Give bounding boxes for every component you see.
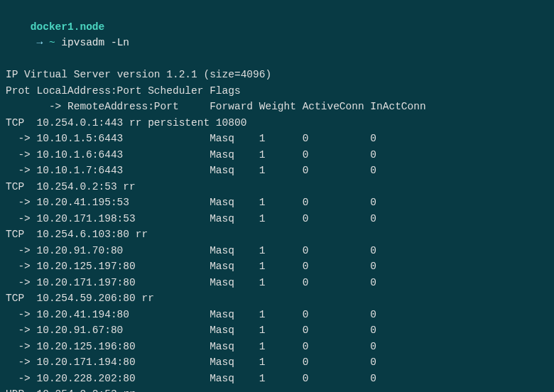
real-addr: 10.10.1.5:6443 (37, 131, 210, 147)
real-activeconn: 0 (303, 131, 371, 147)
real-activeconn: 0 (303, 147, 371, 163)
real-weight: 1 (259, 354, 303, 371)
real-forward: Masq (210, 307, 259, 323)
real-server-row: -> 10.20.91.67:80 Masq 1 0 0 (6, 322, 548, 339)
real-weight: 1 (259, 147, 303, 163)
service-addr: 10.254.59.206:80 rr (37, 290, 210, 307)
real-server-row: -> 10.20.171.194:80 Masq 1 0 0 (6, 354, 548, 371)
real-forward: Masq (210, 211, 259, 227)
ipvs-table: TCP10.254.0.1:443 rr persistent 10800 ->… (6, 115, 548, 393)
real-server-row: -> 10.10.1.6:6443 Masq 1 0 0 (6, 147, 548, 163)
real-weight: 1 (259, 243, 303, 259)
real-server-row: -> 10.10.1.7:6443 Masq 1 0 0 (6, 163, 548, 179)
real-activeconn: 0 (303, 211, 371, 227)
hdr-weight: Weight (259, 99, 303, 115)
hostname: docker1.node (31, 21, 104, 33)
real-indent: -> (6, 371, 37, 387)
hdr-remote: -> RemoteAddress:Port (37, 99, 210, 115)
real-indent: -> (6, 258, 37, 275)
hdr-prot: Prot (6, 83, 37, 99)
real-indent: -> (6, 163, 37, 179)
real-server-row: -> 10.10.1.5:6443 Masq 1 0 0 (6, 131, 548, 147)
real-activeconn: 0 (303, 339, 371, 355)
real-server-row: -> 10.20.171.198:53 Masq 1 0 0 (6, 211, 548, 227)
real-weight: 1 (259, 322, 303, 339)
real-server-row: -> 10.20.125.197:80 Masq 1 0 0 (6, 258, 548, 275)
service-row: TCP10.254.0.1:443 rr persistent 10800 (6, 115, 548, 131)
real-addr: 10.10.1.6:6443 (37, 147, 210, 163)
real-inactconn: 0 (370, 322, 420, 339)
real-activeconn: 0 (303, 243, 371, 259)
real-indent: -> (6, 195, 37, 211)
real-inactconn: 0 (370, 131, 420, 147)
real-indent: -> (6, 307, 37, 323)
real-indent: -> (6, 211, 37, 227)
real-weight: 1 (259, 195, 303, 211)
real-weight: 1 (259, 275, 303, 291)
real-activeconn: 0 (303, 354, 371, 371)
real-forward: Masq (210, 339, 259, 355)
command-text: ipvsadm -Ln (61, 37, 129, 48)
real-indent: -> (6, 339, 37, 355)
real-forward: Masq (210, 131, 259, 147)
prompt-arrow-icon: → (31, 37, 49, 48)
service-row: TCP10.254.0.2:53 rr (6, 179, 548, 195)
real-indent: -> (6, 243, 37, 259)
real-activeconn: 0 (303, 195, 371, 211)
real-forward: Masq (210, 163, 259, 179)
service-row: TCP10.254.59.206:80 rr (6, 290, 548, 307)
real-forward: Masq (210, 354, 259, 371)
real-addr: 10.20.91.67:80 (37, 322, 210, 339)
real-addr: 10.20.171.194:80 (37, 354, 210, 371)
real-weight: 1 (259, 339, 303, 355)
service-prot: TCP (6, 179, 37, 195)
real-indent: -> (6, 147, 37, 163)
real-weight: 1 (259, 371, 303, 387)
service-prot: UDP (6, 386, 37, 392)
real-forward: Masq (210, 147, 259, 163)
real-weight: 1 (259, 163, 303, 179)
real-forward: Masq (210, 322, 259, 339)
real-inactconn: 0 (370, 163, 420, 179)
real-server-row: -> 10.20.41.195:53 Masq 1 0 0 (6, 195, 548, 211)
hdr-activeconn: ActiveConn (303, 99, 371, 115)
service-addr: 10.254.0.2:53 rr (37, 179, 210, 195)
real-inactconn: 0 (370, 371, 420, 387)
real-addr: 10.20.171.197:80 (37, 275, 210, 291)
real-indent: -> (6, 275, 37, 291)
real-activeconn: 0 (303, 275, 371, 291)
service-row: UDP10.254.0.2:53 rr (6, 386, 548, 392)
real-inactconn: 0 (370, 243, 420, 259)
real-addr: 10.20.91.70:80 (37, 243, 210, 259)
real-inactconn: 0 (370, 339, 420, 355)
real-activeconn: 0 (303, 322, 371, 339)
real-forward: Masq (210, 195, 259, 211)
real-forward: Masq (210, 275, 259, 291)
real-server-row: -> 10.20.228.202:80 Masq 1 0 0 (6, 371, 548, 387)
real-indent: -> (6, 322, 37, 339)
service-prot: TCP (6, 290, 37, 307)
real-activeconn: 0 (303, 307, 371, 323)
real-activeconn: 0 (303, 163, 371, 179)
real-inactconn: 0 (370, 147, 420, 163)
real-inactconn: 0 (370, 307, 420, 323)
header-row-2: -> RemoteAddress:PortForwardWeightActive… (6, 99, 548, 115)
real-server-row: -> 10.20.125.196:80 Masq 1 0 0 (6, 339, 548, 355)
hdr-inactconn: InActConn (370, 99, 420, 115)
prompt-path: ~ (49, 37, 55, 48)
header-row-1: ProtLocalAddress:Port SchedulerFlags (6, 83, 548, 99)
real-addr: 10.20.125.196:80 (37, 339, 210, 355)
real-forward: Masq (210, 243, 259, 259)
service-row: TCP10.254.6.103:80 rr (6, 227, 548, 243)
real-weight: 1 (259, 307, 303, 323)
service-addr: 10.254.6.103:80 rr (37, 227, 210, 243)
hdr-forward: Forward (210, 99, 259, 115)
hdr-addr: LocalAddress:Port Scheduler (37, 83, 210, 99)
real-server-row: -> 10.20.91.70:80 Masq 1 0 0 (6, 243, 548, 259)
real-addr: 10.20.171.198:53 (37, 211, 210, 227)
real-inactconn: 0 (370, 195, 420, 211)
terminal-window[interactable]: docker1.node → ~ ipvsadm -Ln IP Virtual … (0, 0, 554, 392)
real-addr: 10.20.228.202:80 (37, 371, 210, 387)
real-indent: -> (6, 131, 37, 147)
banner-line: IP Virtual Server version 1.2.1 (size=40… (6, 67, 548, 83)
